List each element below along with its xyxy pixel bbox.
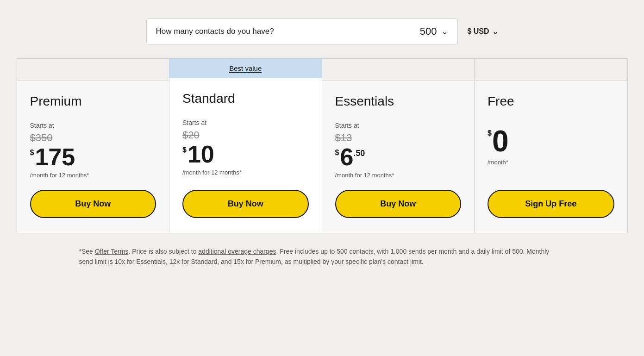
free-zero-row: $ 0	[488, 126, 614, 156]
price-dollar-premium: $	[30, 149, 34, 157]
contacts-bar: How many contacts do you have? 500 ⌄ $ U…	[146, 19, 498, 44]
price-period-free: /month*	[488, 159, 614, 166]
buy-now-standard-button[interactable]: Buy Now	[182, 190, 309, 218]
contacts-value: 500	[420, 25, 437, 37]
price-period-essentials: /month for 12 months*	[335, 172, 462, 179]
best-value-banner: Best value	[169, 59, 322, 78]
original-price-essentials: $13	[335, 132, 462, 144]
buy-now-premium-button[interactable]: Buy Now	[30, 190, 156, 218]
original-price-premium: $350	[30, 132, 156, 144]
plan-body-free: Free $ 0 /month* Sign Up Free	[475, 81, 627, 233]
buy-now-essentials-button[interactable]: Buy Now	[335, 190, 462, 218]
plan-spacer-essentials	[322, 59, 475, 81]
footnote: *See Offer Terms. Price is also subject …	[79, 246, 565, 267]
current-price-row-premium: $ 175	[30, 145, 156, 169]
current-price-row-standard: $ 10	[182, 142, 309, 166]
plan-premium: Premium Starts at $350 $ 175 /month for …	[17, 59, 170, 233]
chevron-down-icon: ⌄	[441, 26, 448, 37]
original-price-standard: $20	[182, 129, 309, 141]
contacts-selector[interactable]: How many contacts do you have? 500 ⌄	[146, 19, 458, 44]
currency-label: $ USD	[467, 27, 489, 36]
plan-free: Free $ 0 /month* Sign Up Free	[475, 59, 627, 233]
plan-name-essentials: Essentials	[335, 94, 462, 109]
offer-terms-link[interactable]: Offer Terms	[95, 248, 129, 255]
price-period-standard: /month for 12 months*	[182, 169, 309, 176]
plan-spacer-free	[475, 59, 627, 81]
price-main-essentials: 6	[340, 145, 353, 169]
plan-name-standard: Standard	[182, 91, 309, 106]
price-dollar-standard: $	[182, 146, 187, 154]
sign-up-free-button[interactable]: Sign Up Free	[488, 190, 614, 218]
price-main-premium: 175	[35, 145, 75, 169]
footnote-text1: *See	[79, 248, 95, 255]
plan-standard: Best value Standard Starts at $20 $ 10 /…	[169, 59, 322, 233]
price-cents-essentials: .50	[353, 149, 365, 158]
plan-body-essentials: Essentials Starts at $13 $ 6 .50 /month …	[322, 81, 475, 233]
contacts-value-wrap: 500 ⌄	[285, 25, 449, 37]
free-dollar-sup: $	[488, 129, 492, 137]
free-zero: 0	[492, 126, 509, 156]
overage-charges-link[interactable]: additional overage charges	[198, 248, 276, 255]
price-main-standard: 10	[188, 142, 214, 166]
current-price-row-essentials: $ 6 .50	[335, 145, 462, 169]
pricing-grid: Premium Starts at $350 $ 175 /month for …	[17, 58, 628, 233]
footnote-text2: . Price is also subject to	[128, 248, 198, 255]
starts-at-standard: Starts at	[182, 119, 309, 126]
contacts-label: How many contacts do you have?	[156, 27, 274, 36]
plan-body-standard: Standard Starts at $20 $ 10 /month for 1…	[169, 78, 322, 233]
currency-chevron-icon: ⌄	[492, 27, 498, 36]
plan-essentials: Essentials Starts at $13 $ 6 .50 /month …	[322, 59, 475, 233]
starts-at-essentials: Starts at	[335, 122, 462, 129]
best-value-label: Best value	[229, 64, 262, 72]
plan-name-free: Free	[488, 94, 614, 109]
currency-selector[interactable]: $ USD ⌄	[467, 27, 498, 36]
price-dollar-essentials: $	[335, 149, 339, 157]
price-period-premium: /month for 12 months*	[30, 172, 156, 179]
starts-at-premium: Starts at	[30, 122, 156, 129]
plan-spacer-premium	[17, 59, 169, 81]
plan-name-premium: Premium	[30, 94, 156, 109]
plan-body-premium: Premium Starts at $350 $ 175 /month for …	[17, 81, 169, 233]
